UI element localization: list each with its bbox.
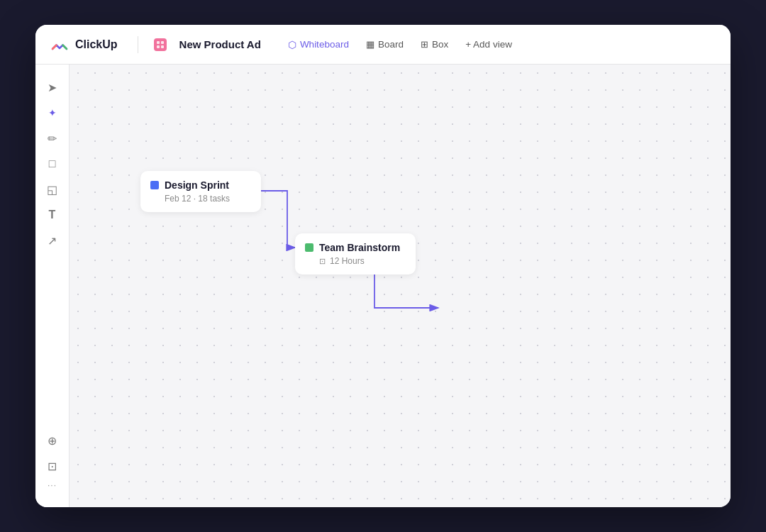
add-view-button[interactable]: + Add view (458, 35, 519, 53)
text-tool[interactable]: T (41, 204, 64, 226)
team-brainstorm-card[interactable]: Team Brainstorm ⊡ 12 Hours (295, 233, 416, 275)
nav-item-box[interactable]: ⊞ Box (413, 35, 455, 53)
pen-plus-icon: ✦ (48, 107, 57, 118)
svg-rect-1 (157, 41, 160, 44)
logo-text: ClickUp (75, 38, 118, 51)
svg-rect-2 (161, 41, 164, 44)
card-header: Design Sprint (150, 179, 251, 191)
sticky-note-tool[interactable]: ◱ (41, 178, 64, 201)
svg-rect-3 (157, 45, 160, 48)
text-icon: T (49, 209, 56, 221)
left-toolbar: ➤ ✦ ✏ □ ◱ T ↗ ⊕ ⊡ (35, 65, 70, 507)
board-icon: ▦ (366, 39, 374, 50)
nav-item-board[interactable]: ▦ Board (359, 35, 411, 53)
clickup-logo-icon (50, 35, 70, 55)
nav-board-label: Board (378, 39, 404, 50)
design-sprint-card[interactable]: Design Sprint Feb 12 · 18 tasks (140, 171, 261, 212)
card-dot (305, 243, 313, 252)
more-tools-button[interactable]: ··· (48, 480, 57, 490)
header-divider (138, 36, 138, 53)
card-title: Team Brainstorm (319, 242, 400, 253)
whiteboard-icon: ⬡ (288, 39, 296, 50)
whiteboard-canvas[interactable]: Design Sprint Feb 12 · 18 tasks Team Bra… (70, 65, 731, 507)
add-view-label: + Add view (465, 39, 512, 50)
header: ClickUp New Product Ad ⬡ Whiteboard ▦ Bo… (35, 25, 731, 65)
card-header: Team Brainstorm (305, 242, 406, 253)
nav-items: ⬡ Whiteboard ▦ Board ⊞ Box + Add view (281, 35, 519, 54)
svg-rect-4 (161, 45, 164, 48)
globe-tool[interactable]: ⊕ (41, 429, 64, 452)
rectangle-icon: □ (49, 157, 56, 170)
globe-icon: ⊕ (48, 434, 57, 448)
svg-rect-0 (154, 38, 167, 51)
cursor-tool[interactable]: ➤ (41, 76, 64, 99)
cursor-icon: ➤ (48, 81, 57, 94)
connector-svg (70, 65, 731, 507)
project-title: New Product Ad (179, 38, 261, 50)
image-icon: ⊡ (48, 460, 57, 473)
hours-icon: ⊡ (319, 257, 326, 266)
connector-icon: ↗ (48, 234, 57, 248)
nav-whiteboard-label: Whiteboard (300, 39, 349, 50)
card-meta: Feb 12 · 18 tasks (150, 194, 251, 204)
card-title: Design Sprint (165, 179, 229, 191)
pen-icon: ✏ (48, 132, 57, 145)
pen-plus-tool[interactable]: ✦ (41, 101, 64, 124)
sticky-note-icon: ◱ (47, 183, 57, 196)
nav-item-whiteboard[interactable]: ⬡ Whiteboard (281, 35, 356, 54)
card-dot (150, 181, 159, 189)
logo-area[interactable]: ClickUp (50, 35, 118, 55)
rectangle-tool[interactable]: □ (41, 153, 64, 175)
project-icon (152, 37, 168, 52)
main-content: ➤ ✦ ✏ □ ◱ T ↗ ⊕ ⊡ (35, 65, 731, 507)
card-meta-text: 12 Hours (330, 256, 365, 266)
app-window: ClickUp New Product Ad ⬡ Whiteboard ▦ Bo… (35, 25, 731, 507)
card-meta-row: ⊡ 12 Hours (305, 256, 406, 266)
pen-tool[interactable]: ✏ (41, 127, 64, 150)
connector-tool[interactable]: ↗ (41, 229, 64, 252)
image-tool[interactable]: ⊡ (41, 455, 64, 477)
box-icon: ⊞ (421, 39, 428, 50)
nav-box-label: Box (432, 39, 448, 50)
